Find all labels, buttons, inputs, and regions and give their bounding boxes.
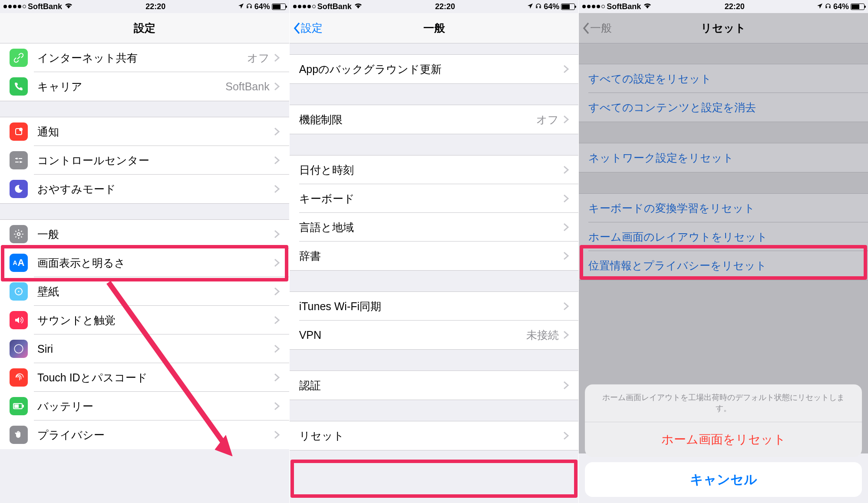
chevron-right-icon bbox=[563, 223, 569, 232]
row-carrier[interactable]: キャリア SoftBank bbox=[0, 72, 289, 101]
headphones-icon bbox=[825, 2, 832, 11]
row-vpn[interactable]: VPN 未接続 bbox=[290, 321, 579, 349]
row-label: 一般 bbox=[37, 227, 59, 242]
chevron-right-icon bbox=[274, 82, 280, 91]
battery-icon bbox=[561, 3, 575, 10]
carrier-label: SoftBank bbox=[317, 2, 352, 11]
chevron-right-icon bbox=[274, 344, 280, 353]
row-label: すべてのコンテンツと設定を消去 bbox=[588, 100, 756, 115]
chevron-right-icon bbox=[274, 402, 280, 410]
status-bar: SoftBank 22:20 64% bbox=[290, 0, 579, 13]
row-value: 未接続 bbox=[526, 328, 559, 342]
row-itunes-wifi-sync[interactable]: iTunes Wi-Fi同期 bbox=[290, 292, 579, 321]
sheet-action-label: ホーム画面をリセット bbox=[661, 431, 786, 448]
row-label: 画面表示と明るさ bbox=[37, 256, 125, 270]
notification-icon bbox=[10, 122, 28, 141]
nav-bar: 設定 bbox=[0, 13, 289, 43]
chevron-right-icon bbox=[274, 258, 280, 267]
row-label: iTunes Wi-Fi同期 bbox=[299, 299, 381, 314]
row-reset-location-privacy[interactable]: 位置情報とプライバシーをリセット bbox=[579, 251, 868, 280]
row-label: Touch IDとパスコード bbox=[37, 371, 148, 385]
row-label: ホーム画面のレイアウトをリセット bbox=[588, 230, 768, 244]
row-label: 壁紙 bbox=[37, 285, 59, 299]
back-button[interactable]: 一般 bbox=[582, 21, 612, 35]
row-reset[interactable]: リセット bbox=[290, 421, 579, 450]
row-label: バッテリー bbox=[37, 399, 93, 414]
row-touch-id[interactable]: Touch IDとパスコード bbox=[0, 363, 289, 392]
text-size-icon: AA bbox=[10, 254, 28, 272]
row-label: キーボード bbox=[299, 192, 355, 206]
svg-rect-10 bbox=[23, 405, 24, 407]
carrier-label: SoftBank bbox=[607, 2, 641, 11]
row-siri[interactable]: Siri bbox=[0, 334, 289, 363]
back-label: 一般 bbox=[590, 21, 612, 35]
control-center-icon bbox=[10, 151, 28, 169]
row-notifications[interactable]: 通知 bbox=[0, 117, 289, 146]
carrier-label: SoftBank bbox=[28, 2, 62, 11]
row-label: 日付と時刻 bbox=[299, 163, 354, 177]
row-label: 機能制限 bbox=[299, 113, 343, 127]
wifi-icon bbox=[64, 2, 73, 11]
row-label: プライバシー bbox=[37, 428, 105, 442]
battery-percent: 64% bbox=[544, 2, 559, 11]
chevron-right-icon bbox=[563, 165, 569, 174]
row-sounds[interactable]: サウンドと触覚 bbox=[0, 306, 289, 334]
row-privacy[interactable]: プライバシー bbox=[0, 420, 289, 449]
wifi-icon bbox=[353, 2, 363, 11]
signal-dots-icon bbox=[293, 5, 316, 8]
chevron-right-icon bbox=[274, 53, 280, 62]
row-keyboard[interactable]: キーボード bbox=[290, 184, 579, 213]
headphones-icon bbox=[246, 2, 253, 11]
signal-dots-icon bbox=[3, 5, 26, 8]
row-wallpaper[interactable]: 壁紙 bbox=[0, 277, 289, 306]
row-language-region[interactable]: 言語と地域 bbox=[290, 213, 579, 242]
row-general[interactable]: 一般 bbox=[0, 220, 289, 248]
fingerprint-icon bbox=[10, 368, 28, 387]
speaker-icon bbox=[10, 311, 28, 329]
sheet-reset-home-button[interactable]: ホーム画面をリセット bbox=[585, 422, 862, 457]
row-value: オフ bbox=[536, 113, 559, 127]
row-internet-sharing[interactable]: インターネット共有 オフ bbox=[0, 43, 289, 72]
screen-general: SoftBank 22:20 64% 設定 一般 Appのバックグラウンド更新 … bbox=[290, 0, 579, 503]
gear-icon bbox=[10, 225, 28, 243]
row-background-app-refresh[interactable]: Appのバックグラウンド更新 bbox=[290, 55, 579, 83]
row-erase-all[interactable]: すべてのコンテンツと設定を消去 bbox=[579, 93, 868, 122]
sheet-cancel-button[interactable]: キャンセル bbox=[585, 462, 862, 497]
wallpaper-icon bbox=[10, 282, 28, 301]
headphones-icon bbox=[535, 2, 542, 11]
row-do-not-disturb[interactable]: おやすみモード bbox=[0, 175, 289, 203]
moon-icon bbox=[10, 180, 28, 198]
chevron-right-icon bbox=[563, 65, 569, 73]
chevron-right-icon bbox=[563, 115, 569, 124]
row-certificates[interactable]: 認証 bbox=[290, 371, 579, 400]
row-reset-home-layout[interactable]: ホーム画面のレイアウトをリセット bbox=[579, 222, 868, 251]
battery-icon bbox=[10, 397, 28, 415]
chevron-right-icon bbox=[563, 252, 569, 260]
battery-percent: 64% bbox=[254, 2, 270, 11]
row-restrictions[interactable]: 機能制限 オフ bbox=[290, 105, 579, 134]
wifi-icon bbox=[643, 2, 652, 11]
row-control-center[interactable]: コントロールセンター bbox=[0, 146, 289, 175]
hand-icon bbox=[10, 426, 28, 444]
row-reset-network[interactable]: ネットワーク設定をリセット bbox=[579, 143, 868, 172]
nav-bar: 設定 一般 bbox=[290, 13, 579, 43]
row-label: 認証 bbox=[299, 378, 321, 393]
row-label: ネットワーク設定をリセット bbox=[588, 151, 734, 165]
row-battery[interactable]: バッテリー bbox=[0, 392, 289, 420]
location-icon bbox=[527, 2, 533, 11]
row-reset-keyboard-dict[interactable]: キーボードの変換学習をリセット bbox=[579, 194, 868, 222]
back-button[interactable]: 設定 bbox=[293, 21, 323, 35]
row-date-time[interactable]: 日付と時刻 bbox=[290, 156, 579, 184]
row-reset-all-settings[interactable]: すべての設定をリセット bbox=[579, 64, 868, 93]
nav-title: リセット bbox=[701, 21, 746, 35]
status-bar: SoftBank 22:20 64% bbox=[0, 0, 289, 13]
phone-icon bbox=[10, 77, 28, 96]
chevron-right-icon bbox=[563, 302, 569, 311]
row-display-brightness[interactable]: AA 画面表示と明るさ bbox=[0, 248, 289, 277]
row-dictionary[interactable]: 辞書 bbox=[290, 242, 579, 270]
chevron-right-icon bbox=[274, 316, 280, 324]
chevron-right-icon bbox=[274, 127, 280, 136]
clock-label: 22:20 bbox=[145, 2, 165, 11]
battery-percent: 64% bbox=[833, 2, 849, 11]
screen-reset: SoftBank 22:20 64% 一般 リセット すべての設定をリセット す… bbox=[579, 0, 868, 503]
